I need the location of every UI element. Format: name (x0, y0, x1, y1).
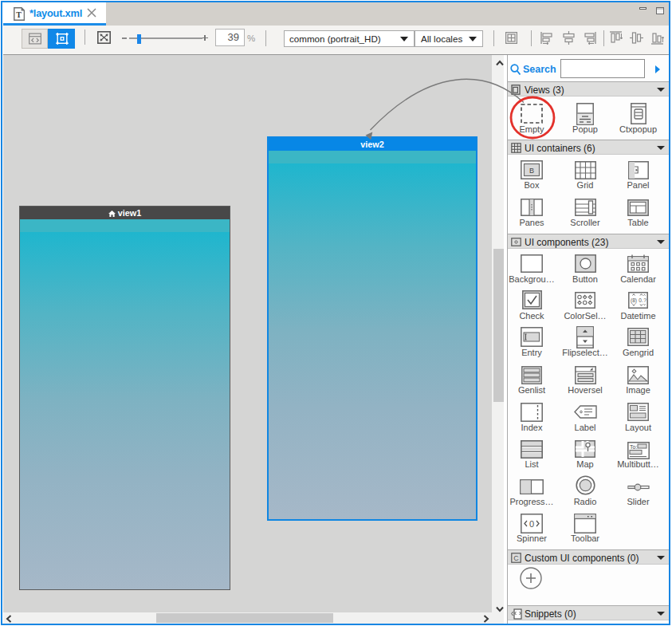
svg-text:C: C (513, 554, 519, 562)
svg-text:(8): (8) (631, 297, 637, 304)
svg-text:?: ? (643, 297, 646, 303)
svg-text:0: 0 (529, 519, 534, 529)
svg-text:T: T (16, 10, 22, 19)
svg-text:B: B (529, 167, 534, 175)
svg-text:To:: To: (630, 443, 637, 449)
svg-text:0.: 0. (639, 297, 643, 303)
